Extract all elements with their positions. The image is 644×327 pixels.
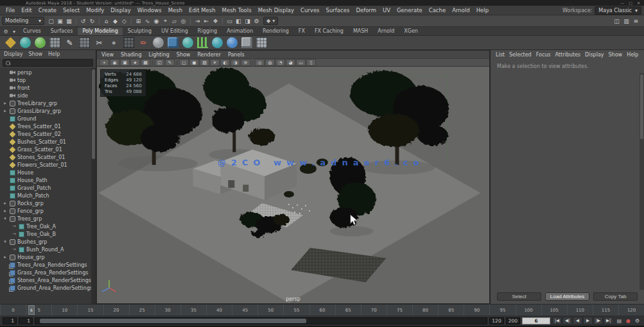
grease-pencil-icon[interactable]: ✎ (165, 59, 175, 66)
current-frame-field[interactable]: 6 (522, 317, 550, 324)
lights-icon[interactable]: ☀ (210, 59, 220, 66)
outliner-item[interactable]: → Tree_Oak_A (0, 222, 96, 230)
expand-arrow-icon[interactable]: ▸ (3, 201, 8, 206)
ao-icon[interactable]: ◑ (231, 59, 240, 66)
viewport-menu-item[interactable]: Renderer (197, 52, 221, 58)
multi-cut-icon[interactable]: ✂ (94, 37, 105, 48)
attribute-editor-menu-item[interactable]: Focus (536, 52, 551, 58)
time-tick[interactable]: 45 (232, 305, 257, 315)
time-tick[interactable]: 85 (438, 305, 464, 315)
shelf-tab[interactable]: FX Caching (310, 28, 348, 35)
outliner-item[interactable]: ▾ Bushes_grp (0, 238, 96, 246)
menu-item[interactable]: Curves (297, 7, 323, 13)
construction-history-icon[interactable]: ❖ (211, 17, 220, 26)
paint-tool-icon[interactable]: ✏ (138, 37, 149, 48)
redo-icon[interactable]: ↻ (88, 17, 96, 26)
select-object-icon[interactable]: ◆ (111, 17, 119, 26)
menu-item[interactable]: Generate (394, 7, 426, 13)
time-tick[interactable]: 60 (309, 305, 335, 315)
curve-tool-icon[interactable] (5, 37, 16, 48)
render-settings-icon[interactable]: ⚙ (252, 17, 261, 26)
workspace-selector[interactable]: Workspace: Maya Classic ▾ (562, 6, 641, 15)
play-backward-button[interactable]: ◀ (573, 317, 582, 324)
outliner-item[interactable]: → Tree_Oak_B (0, 230, 96, 238)
menu-item[interactable]: Windows (134, 7, 165, 13)
column-primitive-icon[interactable] (241, 37, 252, 48)
separator[interactable]: | (129, 17, 134, 26)
time-tick[interactable]: 70 (361, 305, 387, 315)
outliner-item[interactable]: persp (0, 69, 96, 76)
shelf-tab[interactable]: Curves (19, 28, 46, 35)
time-tick[interactable]: 35 (180, 305, 206, 315)
gear-icon[interactable]: ⚙ (2, 29, 10, 35)
outliner-item[interactable]: Flowers_Scatter_01 (0, 161, 96, 169)
isolate-select-icon[interactable]: ◎ (255, 59, 265, 66)
outliner-item[interactable]: Grass_Scatter_01 (0, 146, 96, 153)
gate-mask-icon[interactable]: ▯ (306, 59, 316, 66)
menu-item[interactable]: Modify (83, 7, 107, 13)
attribute-editor-button[interactable]: Copy Tab (593, 292, 638, 301)
graph-tool-icon[interactable] (197, 37, 208, 48)
time-tick[interactable]: 95 (489, 305, 515, 315)
viewport-menu-item[interactable]: Lighting (148, 52, 169, 58)
viewport-menu-item[interactable]: View (101, 52, 114, 58)
playback-options-icon[interactable]: ⚙ (633, 317, 641, 324)
grid-tool-icon[interactable] (49, 37, 60, 48)
undo-icon[interactable]: ↺ (79, 17, 87, 26)
exposure-icon[interactable]: ◔ (275, 59, 285, 66)
shelf-tab[interactable]: FX (294, 28, 309, 35)
menu-set-dropdown[interactable]: Modeling ▾ (2, 17, 44, 25)
input-connections-icon[interactable]: ⇥ (193, 17, 202, 26)
outliner-item[interactable]: Mulch_Patch (0, 192, 96, 199)
playback-end-field[interactable]: 120 (489, 317, 503, 324)
outliner-item[interactable]: top (0, 76, 96, 84)
menu-item[interactable]: Mesh (165, 7, 186, 13)
snap-grid-icon[interactable]: ⊞ (134, 17, 143, 26)
time-tick[interactable]: 10 (51, 305, 77, 315)
outliner-scrollbar[interactable] (91, 68, 96, 304)
step-back-button[interactable]: ◀| (562, 317, 572, 324)
shelf-tab[interactable]: MASH (349, 28, 372, 35)
outliner-item[interactable]: Trees_Area_RenderSettings (0, 261, 96, 269)
outliner-item[interactable]: Bushes_Scatter_01 (0, 138, 96, 146)
attribute-editor-menu-item[interactable]: Show (609, 52, 623, 58)
animation-end-field[interactable]: 200 (506, 317, 520, 324)
time-tick[interactable]: 40 (206, 305, 232, 315)
select-camera-icon[interactable]: ⌖ (100, 59, 109, 66)
wireframe-icon[interactable]: ◻ (179, 59, 189, 66)
snap-point-icon[interactable]: ◉ (152, 17, 161, 26)
outliner-item[interactable]: ▸ Fence_grp (0, 207, 96, 215)
table-grid-icon[interactable] (123, 37, 134, 48)
ocean-sphere-icon[interactable] (212, 37, 223, 48)
poly-sphere-icon[interactable] (182, 37, 193, 48)
pencil-curve-icon[interactable]: ✎ (64, 37, 75, 48)
expand-arrow-icon[interactable]: → (12, 231, 17, 237)
outliner-item[interactable]: House_Path (0, 176, 96, 184)
time-tick[interactable]: 55 (283, 305, 309, 315)
globe-icon[interactable] (227, 37, 238, 48)
cone-primitive-icon[interactable] (35, 37, 46, 48)
outliner-item[interactable]: front (0, 84, 96, 92)
select-component-icon[interactable]: ◇ (120, 17, 128, 26)
smooth-shade-icon[interactable]: ◼ (189, 59, 199, 66)
menu-item[interactable]: Cache (426, 7, 449, 13)
camera-attributes-icon[interactable]: ▣ (120, 59, 130, 66)
sculpt-tool-icon[interactable] (153, 37, 164, 48)
modeling-toolkit-toggle[interactable]: ◫ (613, 17, 621, 26)
attribute-editor-menu-item[interactable]: Help (627, 52, 638, 58)
time-tick[interactable]: 0 (0, 305, 26, 315)
channel-box-toggle[interactable]: ▥ (622, 17, 631, 26)
range-slider-track[interactable] (35, 317, 487, 324)
x-ray-icon[interactable]: ◍ (265, 59, 275, 66)
attribute-editor-menu-item[interactable]: Display (585, 52, 604, 58)
separator[interactable]: | (251, 59, 254, 66)
animation-start-field[interactable]: 1 (3, 317, 17, 324)
shelf-tab[interactable]: Poly Modeling (78, 28, 122, 35)
time-tick[interactable]: 100 (516, 305, 541, 315)
shelf-tab[interactable]: Rendering (258, 28, 293, 35)
motion-blur-icon[interactable]: ≋ (241, 59, 250, 66)
time-tick[interactable]: 65 (335, 305, 361, 315)
menu-item[interactable]: Arnold (449, 7, 473, 13)
plane-primitive-icon[interactable] (256, 37, 267, 48)
separator[interactable]: | (175, 59, 178, 66)
